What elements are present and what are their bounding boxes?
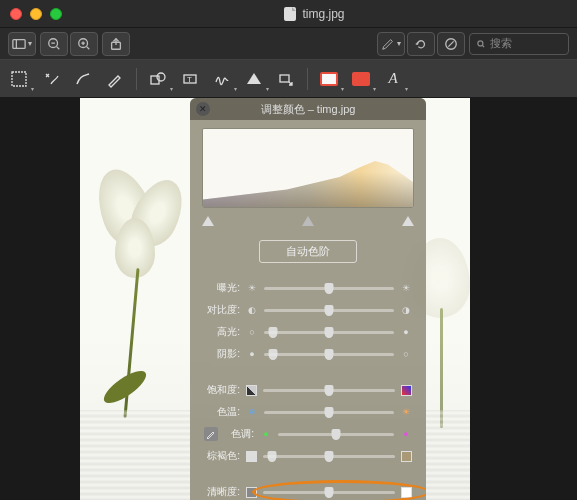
sharpness-label: 清晰度:	[204, 485, 240, 499]
tint-green-icon: ●	[260, 428, 272, 440]
main-toolbar: ▾ ▾ 搜索	[0, 28, 577, 60]
draw-tool[interactable]	[104, 68, 126, 90]
highlights-slider[interactable]	[264, 331, 394, 334]
sepia-low-icon	[246, 451, 257, 462]
zoom-out-button[interactable]	[40, 32, 68, 56]
svg-rect-20	[280, 75, 289, 82]
shadow-low-icon: ●	[246, 348, 258, 360]
shadows-row: 阴影: ● ○	[204, 343, 412, 365]
markup-toolbar: ▾ ▾ T ▾ ▾ ▾ ▾ A▾	[0, 60, 577, 98]
document-title: timg.jpg	[302, 7, 344, 21]
sun-low-icon: ☀	[246, 282, 258, 294]
close-window-button[interactable]	[10, 8, 22, 20]
histogram-black-point[interactable]	[202, 216, 214, 226]
histogram-white-point[interactable]	[402, 216, 414, 226]
fill-color-tool[interactable]: ▾	[350, 68, 372, 90]
sepia-label: 棕褐色:	[204, 449, 240, 463]
contrast-slider[interactable]	[264, 309, 394, 312]
shadows-label: 阴影:	[204, 347, 240, 361]
adjust-color-tool[interactable]: ▾	[243, 68, 265, 90]
rotate-button[interactable]	[407, 32, 435, 56]
highlights-row: 高光: ○ ●	[204, 321, 412, 343]
highlight-high-icon: ●	[400, 326, 412, 338]
contrast-low-icon: ◐	[246, 304, 258, 316]
saturation-row: 饱和度:	[204, 379, 412, 401]
svg-rect-14	[12, 72, 26, 86]
contrast-high-icon: ◑	[400, 304, 412, 316]
maximize-window-button[interactable]	[50, 8, 62, 20]
svg-line-13	[482, 45, 484, 47]
sharp-high-icon	[401, 487, 412, 498]
svg-marker-19	[247, 73, 261, 84]
histogram-mid-point[interactable]	[302, 216, 314, 226]
sharpness-row: 清晰度:	[204, 481, 412, 500]
shadow-high-icon: ○	[400, 348, 412, 360]
window-titlebar: timg.jpg	[0, 0, 577, 28]
zoom-in-button[interactable]	[70, 32, 98, 56]
markup-button[interactable]	[437, 32, 465, 56]
svg-point-12	[478, 40, 483, 45]
sign-tool[interactable]: ▾	[211, 68, 233, 90]
instant-alpha-tool[interactable]	[40, 68, 62, 90]
svg-point-16	[157, 73, 165, 81]
contrast-row: 对比度: ◐ ◑	[204, 299, 412, 321]
tint-row: 色调: ● ●	[204, 423, 412, 445]
flower-decoration	[80, 168, 190, 428]
tint-magenta-icon: ●	[400, 428, 412, 440]
panel-close-button[interactable]: ✕	[196, 102, 210, 116]
panel-title: 调整颜色 – timg.jpg	[190, 102, 426, 117]
saturation-slider[interactable]	[263, 389, 395, 392]
share-button[interactable]	[102, 32, 130, 56]
saturation-low-icon	[246, 385, 257, 396]
sepia-slider[interactable]	[263, 455, 395, 458]
adjust-size-tool[interactable]	[275, 68, 297, 90]
highlight-low-icon: ○	[246, 326, 258, 338]
selection-tool[interactable]: ▾	[8, 68, 30, 90]
temp-cool-icon: ❄	[246, 406, 258, 418]
border-color-tool[interactable]: ▾	[318, 68, 340, 90]
exposure-slider[interactable]	[264, 287, 394, 290]
canvas: ✕ 调整颜色 – timg.jpg 自动色阶 曝光: ☀ ☀ 对比度: ◐ ◑	[0, 98, 577, 500]
search-input[interactable]: 搜索	[469, 33, 569, 55]
tint-slider[interactable]	[278, 433, 394, 436]
tint-label: 色调:	[226, 427, 254, 441]
text-tool[interactable]: T	[179, 68, 201, 90]
temperature-slider[interactable]	[264, 411, 394, 414]
document-icon	[284, 7, 296, 21]
auto-levels-button[interactable]: 自动色阶	[259, 240, 357, 263]
sharp-low-icon	[246, 487, 257, 498]
sharpness-slider[interactable]	[263, 491, 395, 494]
sun-high-icon: ☀	[400, 282, 412, 294]
svg-rect-0	[13, 39, 25, 48]
temperature-row: 色温: ❄ ☀	[204, 401, 412, 423]
svg-line-3	[57, 46, 60, 49]
highlights-label: 高光:	[204, 325, 240, 339]
saturation-high-icon	[401, 385, 412, 396]
text-style-tool[interactable]: A▾	[382, 68, 404, 90]
sepia-row: 棕褐色:	[204, 445, 412, 467]
exposure-row: 曝光: ☀ ☀	[204, 277, 412, 299]
svg-text:T: T	[187, 75, 192, 84]
shadows-slider[interactable]	[264, 353, 394, 356]
sketch-tool[interactable]	[72, 68, 94, 90]
saturation-label: 饱和度:	[204, 383, 240, 397]
sepia-high-icon	[401, 451, 412, 462]
panel-header[interactable]: ✕ 调整颜色 – timg.jpg	[190, 98, 426, 120]
histogram[interactable]	[202, 128, 414, 208]
adjust-color-panel: ✕ 调整颜色 – timg.jpg 自动色阶 曝光: ☀ ☀ 对比度: ◐ ◑	[190, 98, 426, 500]
sidebar-toggle-button[interactable]: ▾	[8, 32, 36, 56]
shapes-tool[interactable]: ▾	[147, 68, 169, 90]
svg-line-6	[87, 46, 90, 49]
exposure-label: 曝光:	[204, 281, 240, 295]
temperature-label: 色温:	[204, 405, 240, 419]
traffic-lights	[10, 8, 62, 20]
highlighter-button[interactable]: ▾	[377, 32, 405, 56]
search-placeholder: 搜索	[490, 36, 512, 51]
temp-warm-icon: ☀	[400, 406, 412, 418]
minimize-window-button[interactable]	[30, 8, 42, 20]
tint-picker-button[interactable]	[204, 427, 218, 441]
contrast-label: 对比度:	[204, 303, 240, 317]
